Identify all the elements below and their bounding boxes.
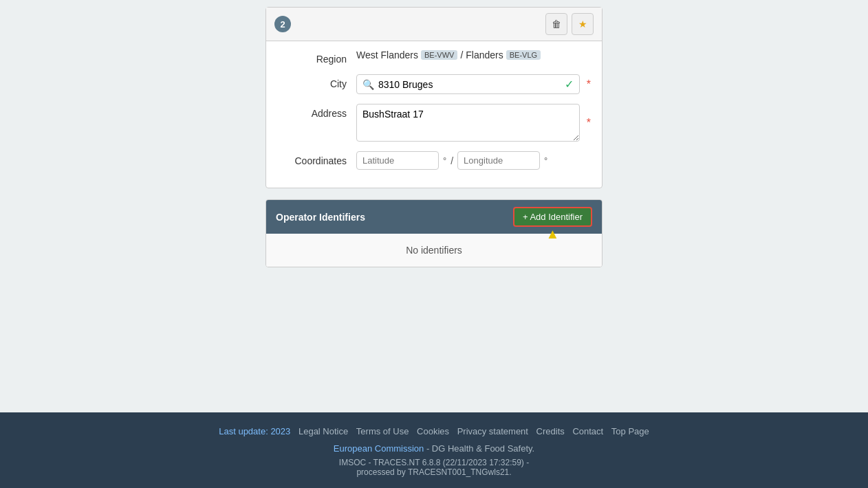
footer-commission-link[interactable]: European Commission [334,443,424,454]
footer-version-line2: processed by TRACESNT001_TNGwls21. [11,467,857,477]
city-row: City 🔍 ✓ * [277,74,591,94]
region-field: West Flanders BE-VWV / Flanders BE-VLG [356,49,591,60]
footer: Last update: 2023 Legal Notice Terms of … [0,412,868,488]
address-row: Address BushStraat 17 * [277,104,591,142]
card-header: 2 🗑 ★ [266,8,602,41]
footer-link-credits[interactable]: Credits [536,426,565,436]
city-field: 🔍 ✓ * [356,74,591,94]
footer-version-line1: IMSOC - TRACES.NT 6.8.8 (22/11/2023 17:3… [11,458,857,467]
operator-identifiers-section: Operator Identifiers + Add Identifier ▲ … [265,199,603,267]
region-tag-1: BE-VWV [421,50,457,60]
latitude-input[interactable] [356,151,439,170]
footer-link-legal-notice[interactable]: Legal Notice [299,426,348,436]
region-separator: / [460,49,463,60]
add-identifier-button[interactable]: + Add Identifier [513,207,592,227]
footer-commission-suffix: - DG Health & Food Safety. [424,443,534,454]
footer-link-cookies[interactable]: Cookies [417,426,449,436]
operator-header: Operator Identifiers + Add Identifier ▲ [266,200,602,234]
region-tag-2: BE-VLG [506,50,541,60]
city-label: City [277,74,356,89]
location-card: 2 🗑 ★ Region West Flanders BE-VWV / Flan… [265,7,603,188]
city-input-wrapper[interactable]: 🔍 ✓ [356,74,580,94]
longitude-input[interactable] [457,151,540,170]
favorite-button[interactable]: ★ [572,13,594,35]
region-row: Region West Flanders BE-VWV / Flanders B… [277,49,591,65]
delete-button[interactable]: 🗑 [545,13,567,35]
address-input[interactable]: BushStraat 17 [356,104,580,142]
coordinates-field: ° / ° [356,151,591,170]
city-input[interactable] [378,79,561,90]
footer-commission-line: European Commission - DG Health & Food S… [11,443,857,454]
region-label: Region [277,49,356,65]
search-icon: 🔍 [362,79,374,90]
footer-link-privacy[interactable]: Privacy statement [457,426,528,436]
cursor-arrow-icon: ▲ [546,226,560,242]
city-required-star: * [587,78,591,91]
region-name: West Flanders [356,49,418,60]
operator-title: Operator Identifiers [276,212,365,223]
address-field: BushStraat 17 * [356,104,591,142]
coordinates-row: Coordinates ° / ° [277,151,591,170]
region-name-2: Flanders [466,49,503,60]
lat-unit: ° [443,155,446,166]
lon-unit: ° [544,155,547,166]
region-value: West Flanders BE-VWV / Flanders BE-VLG [356,49,541,60]
footer-last-update: Last update: 2023 [219,426,290,436]
address-required-star: * [587,117,591,129]
footer-links: Last update: 2023 Legal Notice Terms of … [11,426,857,436]
coordinates-wrapper: ° / ° [356,151,547,170]
card-number-badge: 2 [274,16,291,32]
footer-link-terms-of-use[interactable]: Terms of Use [356,426,409,436]
address-label: Address [277,104,356,119]
add-identifier-wrapper: + Add Identifier ▲ [513,207,592,227]
card-actions: 🗑 ★ [545,13,594,35]
footer-link-contact[interactable]: Contact [572,426,603,436]
card-body: Region West Flanders BE-VWV / Flanders B… [266,41,602,188]
coord-separator: / [451,155,453,166]
footer-link-top-page[interactable]: Top Page [611,426,649,436]
no-identifiers-text: No identifiers [406,245,462,256]
check-icon: ✓ [565,78,574,91]
coordinates-label: Coordinates [277,151,356,166]
